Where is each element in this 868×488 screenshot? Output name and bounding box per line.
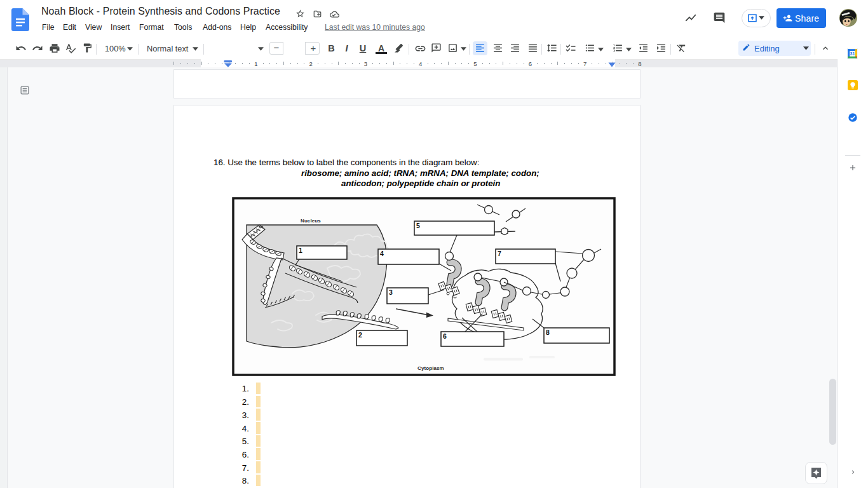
svg-text:31: 31 [850,51,855,56]
svg-text:2: 2 [358,331,362,339]
svg-text:5: 5 [416,222,420,229]
svg-text:1: 1 [299,247,302,254]
svg-text:Nucleus: Nucleus [301,218,321,224]
svg-text:3: 3 [389,288,393,296]
svg-text:Cytoplasm: Cytoplasm [417,365,444,371]
svg-text:6: 6 [443,332,447,340]
svg-text:8: 8 [546,329,550,336]
svg-text:4: 4 [380,250,384,257]
svg-text:7: 7 [498,250,501,257]
